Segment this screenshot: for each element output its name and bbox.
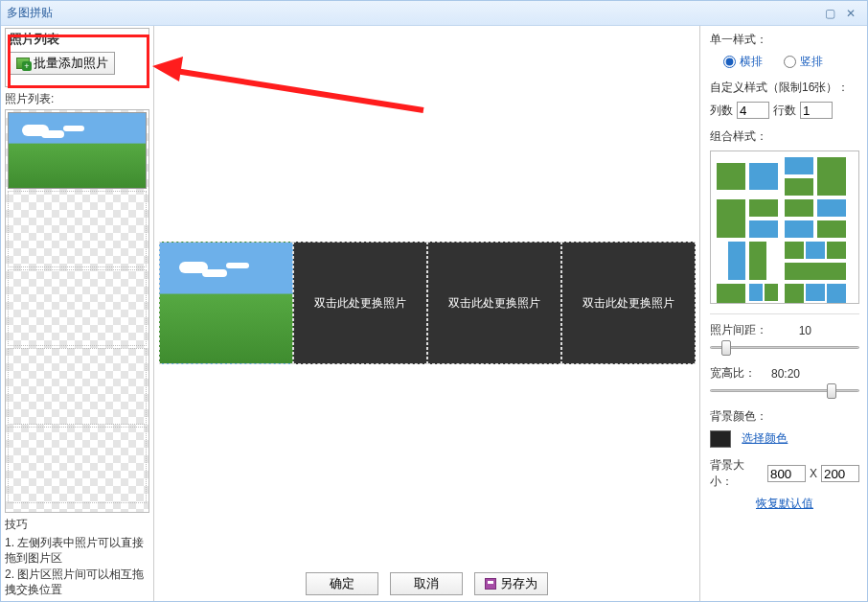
ratio-label: 宽高比： — [710, 365, 756, 382]
collage-slot[interactable]: 双击此处更换照片 — [293, 242, 427, 364]
left-panel-head: 照片列表 批量添加照片 — [5, 28, 149, 87]
svg-rect-11 — [817, 199, 846, 217]
cancel-button[interactable]: 取消 — [390, 572, 463, 595]
cols-input[interactable] — [737, 102, 769, 119]
svg-rect-3 — [749, 163, 778, 190]
gap-label: 照片间距： — [710, 322, 767, 338]
save-as-button[interactable]: 另存为 — [474, 572, 548, 595]
svg-rect-10 — [785, 199, 813, 217]
bgsize-label: 背景大小： — [710, 457, 764, 490]
template-list[interactable] — [710, 150, 859, 304]
ok-button[interactable]: 确定 — [306, 572, 378, 595]
cols-label: 列数 — [710, 103, 733, 119]
svg-rect-24 — [785, 284, 804, 304]
collage-slot[interactable]: 双击此处更换照片 — [561, 242, 696, 364]
batch-add-photos-button[interactable]: 批量添加照片 — [10, 52, 115, 75]
bg-height-input[interactable] — [821, 465, 859, 482]
radio-vertical[interactable]: 竖排 — [784, 54, 823, 70]
ok-label: 确定 — [330, 575, 354, 592]
window-close-button[interactable]: ✕ — [840, 5, 861, 22]
photo-list-sublabel: 照片列表: — [5, 91, 149, 107]
choose-color-link[interactable]: 选择颜色 — [742, 431, 788, 445]
thumbnail-item[interactable] — [8, 112, 147, 189]
template-item[interactable] — [785, 242, 846, 280]
svg-rect-17 — [806, 242, 825, 259]
titlebar: 多图拼贴 ▢ ✕ — [1, 1, 867, 26]
gap-slider[interactable] — [710, 338, 859, 356]
svg-rect-21 — [749, 284, 763, 301]
template-item[interactable] — [717, 199, 778, 238]
collage-strip: 双击此处更换照片 双击此处更换照片 双击此处更换照片 — [159, 242, 696, 364]
thumbnail-list[interactable] — [5, 109, 149, 513]
add-photo-icon — [16, 58, 30, 69]
bg-x-label: X — [810, 467, 817, 480]
template-item[interactable] — [717, 284, 778, 304]
template-item[interactable] — [717, 157, 778, 196]
svg-rect-14 — [728, 242, 745, 280]
right-panel: 单一样式： 横排 竖排 自定义样式（限制16张）： 列数 行数 组合样式： — [699, 26, 867, 601]
thumbnail-empty-slot[interactable] — [8, 427, 147, 503]
bgcolor-label: 背景颜色： — [710, 408, 859, 425]
single-style-label: 单一样式： — [710, 32, 859, 48]
svg-rect-27 — [827, 284, 846, 304]
svg-rect-13 — [817, 220, 846, 238]
annotation-arrow — [150, 53, 428, 120]
svg-rect-8 — [749, 199, 778, 217]
thumbnail-empty-slot[interactable] — [8, 348, 147, 425]
tip-line: 1. 左侧列表中照片可以直接拖到图片区 — [5, 535, 149, 566]
batch-add-photos-label: 批量添加照片 — [34, 55, 108, 72]
ratio-value: 80:20 — [762, 367, 800, 381]
thumbnail-empty-slot[interactable] — [8, 191, 147, 267]
dialog-button-row: 确定 取消 另存为 — [154, 572, 699, 595]
svg-rect-6 — [817, 157, 846, 196]
tip-line: 2. 图片区照片间可以相互拖拽交换位置 — [5, 567, 149, 597]
svg-rect-15 — [749, 242, 766, 280]
reset-defaults-link[interactable]: 恢复默认值 — [756, 497, 813, 510]
svg-rect-9 — [749, 220, 778, 238]
collage-canvas: 双击此处更换照片 双击此处更换照片 双击此处更换照片 — [154, 242, 699, 364]
template-item[interactable] — [717, 242, 778, 280]
svg-rect-7 — [717, 199, 745, 238]
svg-rect-4 — [785, 157, 813, 174]
svg-rect-16 — [785, 242, 804, 259]
save-icon — [485, 578, 496, 590]
tips-section: 技巧 1. 左侧列表中照片可以直接拖到图片区 2. 图片区照片间可以相互拖拽交换… — [5, 517, 149, 597]
combo-style-label: 组合样式： — [710, 128, 859, 145]
svg-rect-18 — [827, 242, 846, 259]
rows-label: 行数 — [773, 103, 796, 119]
template-item[interactable] — [785, 284, 846, 304]
ratio-slider[interactable] — [710, 382, 859, 399]
app-window: 多图拼贴 ▢ ✕ 照片列表 批量添加照片 照片列表: 技 — [0, 0, 868, 602]
cancel-label: 取消 — [414, 575, 439, 592]
svg-rect-20 — [717, 284, 745, 304]
svg-rect-5 — [785, 178, 813, 196]
radio-horizontal[interactable]: 横排 — [723, 54, 763, 70]
collage-slot[interactable]: 双击此处更换照片 — [427, 242, 561, 364]
svg-rect-2 — [717, 163, 745, 190]
left-panel: 照片列表 批量添加照片 照片列表: 技巧 1. 左侧列表中照片可以直接拖到图片区… — [1, 26, 154, 601]
svg-rect-19 — [785, 263, 846, 280]
radio-vertical-label: 竖排 — [800, 54, 823, 70]
gap-value: 10 — [773, 324, 811, 337]
svg-rect-25 — [806, 284, 825, 301]
window-maximize-button[interactable]: ▢ — [819, 5, 840, 22]
center-panel: 双击此处更换照片 双击此处更换照片 双击此处更换照片 确定 取消 另存为 — [154, 26, 699, 601]
bg-width-input[interactable] — [767, 465, 806, 482]
svg-rect-22 — [765, 284, 778, 301]
bgcolor-swatch[interactable] — [710, 430, 731, 448]
collage-slot[interactable] — [159, 242, 293, 364]
window-title: 多图拼贴 — [7, 5, 53, 21]
save-as-label: 另存为 — [500, 575, 537, 592]
thumbnail-empty-slot[interactable] — [8, 269, 147, 346]
tips-title: 技巧 — [5, 517, 149, 533]
photo-list-title: 照片列表 — [10, 31, 145, 48]
svg-rect-12 — [785, 220, 813, 238]
template-item[interactable] — [785, 199, 846, 238]
svg-line-0 — [170, 70, 423, 110]
rows-input[interactable] — [800, 102, 833, 119]
custom-style-label: 自定义样式（限制16张）： — [710, 80, 859, 96]
radio-horizontal-label: 横排 — [740, 54, 763, 70]
template-item[interactable] — [785, 157, 846, 196]
svg-marker-1 — [152, 57, 183, 81]
